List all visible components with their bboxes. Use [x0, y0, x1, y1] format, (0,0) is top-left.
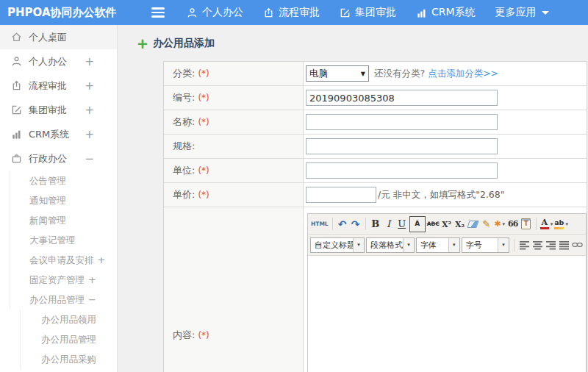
hamburger-icon[interactable]	[151, 7, 166, 18]
label-text: 分类:	[173, 67, 195, 80]
custom-heading-select[interactable]: 自定义标题 ▾	[310, 237, 365, 253]
bar-chart-icon	[416, 7, 427, 18]
expand-toggle[interactable]: +	[88, 274, 96, 285]
sidebar-item-supplies-requisition[interactable]: 办公用品领用	[21, 310, 117, 329]
home-icon	[10, 32, 23, 43]
edit-icon	[10, 104, 23, 115]
sidebar-item-admin-office[interactable]: 行政办公 −	[0, 146, 117, 171]
nav-more-apps[interactable]: 更多应用	[495, 6, 549, 19]
page-title-text: 办公用品添加	[153, 37, 215, 50]
add-category-link[interactable]: 点击添加分类>>	[428, 68, 498, 80]
caret-down-icon: ▾	[551, 221, 553, 227]
code-input[interactable]	[306, 90, 498, 106]
name-input[interactable]	[306, 114, 498, 130]
sidebar-item-label: 办公用品采购	[41, 354, 96, 365]
sidebar-item-supplies-management[interactable]: 办公用品管理	[21, 329, 117, 349]
font-family-select[interactable]: 字体 ▾	[416, 237, 460, 253]
nav-personal-office[interactable]: 个人办公	[187, 6, 243, 19]
bold-button[interactable]: B	[370, 217, 381, 232]
collapse-toggle[interactable]: −	[88, 294, 96, 305]
redo-icon[interactable]: ↷	[350, 217, 362, 232]
caret-down-icon: ▾	[448, 238, 459, 252]
sidebar-item-notice-mgmt[interactable]: 通知管理	[10, 190, 117, 210]
source-code-button[interactable]: HTML	[311, 217, 329, 232]
sidebar-item-office-supplies-mgmt[interactable]: 办公用品管理−	[10, 290, 117, 310]
spec-value-cell	[304, 135, 587, 158]
color-bar	[540, 227, 549, 229]
editor-content-area[interactable]	[308, 256, 586, 372]
share-icon	[263, 7, 274, 18]
sidebar-item-news-mgmt[interactable]: 新闻管理	[10, 210, 117, 230]
sidebar-item-meeting-mgmt[interactable]: 会议申请及安排+	[10, 250, 117, 270]
spec-input[interactable]	[306, 138, 498, 154]
category-select[interactable]: 电脑 ▼	[306, 65, 369, 82]
briefcase-icon	[10, 153, 23, 164]
highlight-color-button[interactable]: ab▾	[554, 217, 568, 232]
name-value-cell	[304, 110, 587, 134]
expand-toggle[interactable]: +	[85, 79, 94, 93]
sidebar-item-label: CRM系统	[29, 128, 69, 141]
sidebar-item-label: 个人桌面	[29, 31, 67, 44]
required-mark: (*)	[198, 68, 209, 79]
collapse-toggle[interactable]: −	[85, 152, 94, 165]
caret-down-icon: ▾	[565, 221, 568, 227]
font-color-button[interactable]: A▾	[540, 217, 553, 232]
subscript-button[interactable]: X₂	[454, 217, 466, 232]
strikethrough-button[interactable]: ABC	[427, 217, 440, 232]
superscript-button[interactable]: X²	[441, 217, 453, 232]
content-label: 内容: (*)	[164, 207, 304, 372]
expand-toggle[interactable]: +	[85, 104, 94, 117]
bar-chart-icon	[10, 129, 23, 140]
page-title: + 办公用品添加	[137, 37, 588, 50]
caret-down-icon: ▾	[403, 238, 414, 252]
underline-button[interactable]: U	[396, 217, 408, 232]
expand-toggle[interactable]: +	[85, 128, 94, 141]
sidebar-item-personal-office[interactable]: 个人办公 +	[0, 49, 117, 74]
rich-text-editor: HTML ↶ ↷ B I U A ABC X² X₂	[307, 213, 587, 372]
format-brush-icon[interactable]: ✎	[481, 217, 492, 232]
form-row-category: 分类: (*) 电脑 ▼ 还没有分类? 点击添加分类>>	[164, 62, 587, 86]
price-input[interactable]	[306, 187, 376, 203]
paragraph-format-select[interactable]: 段落格式 ▾	[366, 237, 415, 253]
remove-format-button[interactable]	[467, 217, 479, 232]
unit-input[interactable]	[306, 162, 498, 179]
highlight-bar	[554, 227, 564, 229]
sidebar-item-workflow-approval[interactable]: 流程审批 +	[0, 74, 117, 98]
italic-button[interactable]: I	[383, 217, 395, 232]
nav-crm-system[interactable]: CRM系统	[416, 6, 476, 19]
sidebar-item-announcement-mgmt[interactable]: 公告管理	[10, 171, 117, 190]
edit-icon	[340, 7, 351, 18]
font-style-button[interactable]: A	[409, 216, 426, 232]
sidebar-item-label: 集团审批	[29, 104, 67, 117]
insert-link-icon[interactable]	[571, 237, 583, 252]
align-right-icon[interactable]	[545, 237, 556, 252]
price-value-cell: /元 非中文，如填写格式"2.68"	[304, 183, 587, 207]
paste-as-text-button[interactable]: T	[520, 217, 532, 232]
expand-toggle[interactable]: +	[98, 254, 106, 265]
nav-label: 更多应用	[495, 6, 537, 19]
font-size-select[interactable]: 字号 ▾	[462, 237, 509, 253]
auto-typeset-button[interactable]: ✱▾	[494, 217, 506, 232]
dropdown-label: 段落格式	[367, 240, 403, 251]
sidebar-item-fixed-assets-mgmt[interactable]: 固定资产管理+	[10, 270, 117, 290]
align-justify-icon[interactable]	[558, 237, 570, 252]
blockquote-button[interactable]: 66	[507, 217, 519, 232]
sidebar-item-group-approval[interactable]: 集团审批 +	[0, 98, 117, 122]
category-label: 分类: (*)	[164, 62, 304, 85]
sidebar-item-label: 办公用品领用	[41, 314, 96, 325]
sidebar-item-crm[interactable]: CRM系统 +	[0, 122, 117, 146]
align-left-icon[interactable]	[518, 237, 530, 252]
highlight-letters: ab	[554, 219, 564, 226]
sidebar-item-supplies-purchase[interactable]: 办公用品采购	[21, 349, 117, 369]
expand-toggle[interactable]: +	[85, 55, 94, 68]
nav-group-approval[interactable]: 集团审批	[340, 6, 396, 19]
unit-value-cell	[304, 159, 587, 182]
nav-workflow-approval[interactable]: 流程审批	[263, 6, 320, 19]
align-center-icon[interactable]	[531, 237, 543, 252]
sidebar-item-memorabilia-mgmt[interactable]: 大事记管理	[10, 230, 117, 250]
sidebar-item-desktop[interactable]: 个人桌面	[0, 25, 117, 49]
caret-down-icon: ▾	[498, 238, 509, 252]
required-mark: (*)	[198, 93, 209, 103]
undo-icon[interactable]: ↶	[337, 217, 348, 232]
code-value-cell	[304, 86, 587, 110]
